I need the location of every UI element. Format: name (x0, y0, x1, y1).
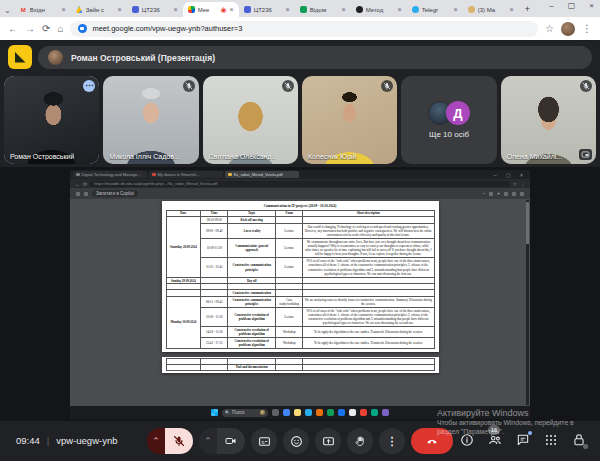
reactions-button[interactable] (283, 428, 309, 454)
camera-button[interactable]: ⌃ (199, 428, 245, 454)
participant-name: Микола Ілліч Садов... (109, 153, 179, 160)
home-icon[interactable]: ⌂ (57, 23, 63, 34)
pip-icon[interactable] (579, 149, 592, 160)
doc-cell: 10:00 - 11:30 (201, 307, 228, 326)
refresh-icon[interactable]: ⟳ (42, 23, 50, 34)
tab-close-icon[interactable]: × (454, 6, 458, 13)
url-field[interactable]: meet.google.com/vpw-uegw-ynb?authuser=3 (70, 21, 538, 37)
tab-close-icon[interactable]: × (342, 6, 346, 13)
chat-button[interactable] (515, 432, 530, 447)
doc-cell (276, 290, 303, 297)
browser-tab[interactable]: Відом× (295, 2, 351, 17)
doc-cell (201, 364, 228, 371)
tab-close-icon[interactable]: × (230, 6, 234, 13)
participant-name: Світлана Олександ... (209, 153, 278, 160)
browser-tab[interactable]: ЦТ236× (127, 2, 183, 17)
tab-close-icon[interactable]: × (286, 6, 290, 13)
pdf-save-icon (520, 192, 524, 196)
doc-cell: Form (276, 210, 303, 217)
shared-refresh-icon: ⟳ (83, 181, 87, 187)
shared-tab-favicon-icon (152, 173, 156, 177)
browser-menu-icon[interactable]: ⋮ (582, 23, 592, 34)
mic-button[interactable]: ⌃ (147, 428, 193, 454)
tab-close-icon[interactable]: × (118, 6, 122, 13)
pdf-zoom-in-icon: + (497, 191, 500, 196)
document-table: DateTimeTopicFormShort descriptionSaturd… (166, 210, 435, 349)
taskbar-app-icon (283, 409, 290, 416)
tab-close-icon[interactable]: × (62, 6, 66, 13)
doc-cell: Constructive resolution of problems algo… (228, 337, 276, 348)
document-page-2: Tool and documentation (162, 357, 439, 373)
app-glyph-icon (15, 52, 26, 63)
window-controls: – ▢ × (549, 1, 594, 10)
taskbar-app-icon (305, 409, 312, 416)
participant-tile[interactable]: ⋯ Роман Островський (4, 76, 99, 164)
meeting-details-button[interactable] (459, 432, 474, 447)
doc-cell: Topic (228, 210, 276, 217)
tab-close-icon[interactable]: × (398, 6, 402, 13)
presenting-banner[interactable]: Роман Островський (Презентація) (38, 46, 592, 69)
people-button[interactable]: 16 (487, 432, 502, 447)
browser-tab[interactable]: ЦТ236× (239, 2, 295, 17)
drive-favicon-icon (76, 6, 83, 13)
tab-label: Мее (198, 7, 218, 13)
activities-button[interactable] (543, 432, 558, 447)
new-tab-button[interactable]: + (525, 4, 530, 14)
browser-tab[interactable]: Зайн с× (71, 2, 127, 17)
camera-icon[interactable] (217, 428, 245, 454)
captions-button[interactable] (251, 428, 277, 454)
meet-favicon (78, 24, 87, 33)
doc-cell: Workshop (276, 327, 303, 338)
mic-off-icon[interactable] (165, 428, 193, 454)
participant-letter-avatar: Д (446, 101, 470, 125)
forward-icon[interactable]: → (25, 23, 35, 34)
participant-tile[interactable]: Світлана Олександ... (203, 76, 298, 164)
tab-search-chevron-icon[interactable]: ⌄ (4, 6, 11, 15)
browser-tab[interactable]: Метод× (351, 2, 407, 17)
mic-off-icon (183, 80, 195, 92)
profile-avatar[interactable] (561, 22, 575, 36)
host-controls-button[interactable] (571, 432, 586, 447)
url-text: meet.google.com/vpw-uegw-ynb?authuser=3 (92, 24, 242, 33)
browser-tab[interactable]: (3) Ма× (463, 2, 519, 17)
moodle-favicon-icon (244, 6, 251, 13)
camera-options-chevron-icon[interactable]: ⌃ (199, 428, 217, 454)
pdf-menu-icon (76, 192, 80, 196)
doc-cell (303, 277, 434, 284)
tab-close-icon[interactable]: × (174, 6, 178, 13)
sheets-favicon-icon (300, 6, 307, 13)
more-participants-tile[interactable]: Д Ще 10 осіб (401, 76, 496, 164)
participant-name: Олена Михайлі... (507, 153, 563, 160)
shared-taskbar: 🔍 Поиск (70, 406, 530, 419)
shared-urlrow: ← ⟳ https://moodle.dti.edu.ua/pluginfile… (70, 179, 530, 188)
mic-options-chevron-icon[interactable]: ⌃ (147, 428, 165, 454)
browser-tab[interactable]: Telegr× (407, 2, 463, 17)
doc-cell: Sunday 29.09.2024 (166, 277, 201, 284)
browser-tab[interactable]: MВхідн× (15, 2, 71, 17)
present-button[interactable] (315, 428, 341, 454)
meeting-code[interactable]: vpw-uegw-ynb (56, 435, 117, 446)
minimize-button[interactable]: – (549, 1, 553, 10)
close-button[interactable]: × (589, 1, 594, 10)
copilot-button: Запитати в Copilot (92, 190, 138, 197)
maximize-button[interactable]: ▢ (568, 1, 576, 10)
doc-cell: We are analyzing cases to identify issue… (303, 296, 434, 307)
bookmark-star-icon[interactable]: ☆ (545, 23, 554, 34)
participant-tile[interactable]: Колесник Юрій (302, 76, 397, 164)
tab-close-icon[interactable]: × (510, 6, 514, 13)
shared-url-field: https://moodle.dti.edu.ua/pluginfile.php… (90, 181, 509, 187)
leave-call-button[interactable] (411, 428, 453, 454)
people-count-badge: 16 (488, 425, 500, 435)
participant-tile[interactable]: Олена Михайлі... (501, 76, 596, 164)
doc-cell: Constructive resolution of problems algo… (228, 307, 276, 326)
back-icon[interactable]: ← (8, 23, 18, 34)
participant-tile[interactable]: Микола Ілліч Садов... (103, 76, 198, 164)
browser-tab[interactable]: Мее◉× (183, 2, 239, 17)
raise-hand-button[interactable] (347, 428, 373, 454)
doc-cell: Date (166, 210, 201, 217)
doc-cell: 11:35 - 12:45 (201, 258, 228, 277)
gmail-favicon-icon: M (20, 6, 27, 13)
more-options-button[interactable]: ⋮ (379, 428, 405, 454)
doc-cell (303, 217, 434, 224)
shared-tab-label: Digital Technology and Manage... (82, 172, 141, 177)
